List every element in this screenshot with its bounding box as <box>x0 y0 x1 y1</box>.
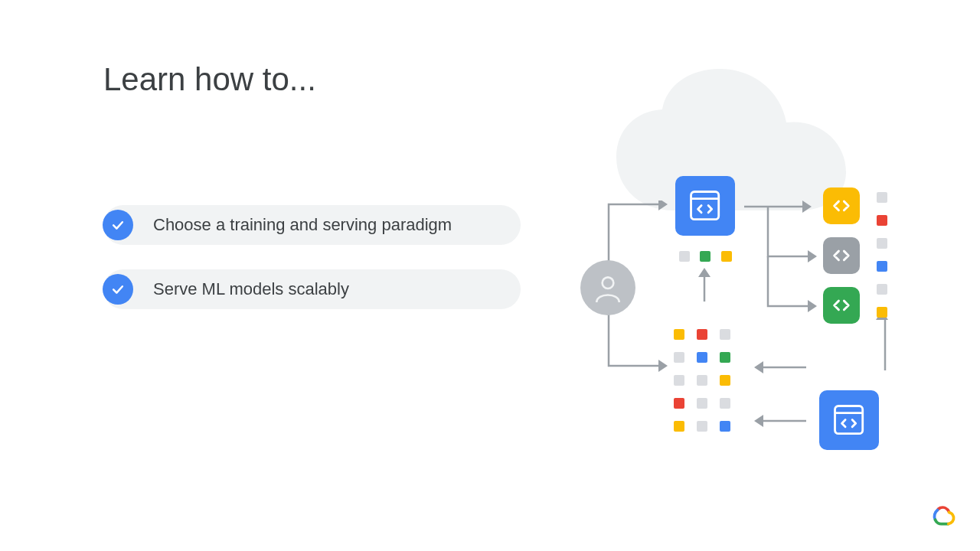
pixel-icon <box>877 238 887 249</box>
arrow-icon <box>748 360 809 375</box>
code-box-green-icon <box>823 287 860 324</box>
pixel-icon <box>877 261 887 272</box>
code-box-yellow-icon <box>823 187 860 224</box>
bullet-text: Choose a training and serving paradigm <box>153 215 452 235</box>
pixel-icon <box>720 421 730 432</box>
code-box-blue-icon <box>675 176 735 236</box>
pixel-icon <box>697 398 707 409</box>
pixel-icon <box>674 375 684 386</box>
pixel-icon <box>720 329 730 340</box>
pixel-icon <box>877 284 887 295</box>
user-avatar-icon <box>580 260 635 315</box>
pixel-icon <box>674 329 684 340</box>
pixel-icon <box>720 398 730 409</box>
arrow-icon <box>697 266 712 303</box>
code-box-blue-icon <box>819 390 879 450</box>
pixel-icon <box>679 251 690 262</box>
bullet-item: Choose a training and serving paradigm <box>103 205 521 245</box>
google-cloud-logo-icon <box>929 502 957 530</box>
svg-rect-2 <box>835 406 863 434</box>
pixel-icon <box>877 192 887 203</box>
pixel-icon <box>697 329 707 340</box>
pixel-icon <box>877 215 887 226</box>
bullet-text: Serve ML models scalably <box>153 279 349 299</box>
arrow-icon <box>764 203 822 314</box>
pixel-icon <box>697 352 707 363</box>
pixel-icon <box>720 352 730 363</box>
svg-point-0 <box>603 277 614 289</box>
pixel-icon <box>721 251 732 262</box>
diagram <box>567 69 903 467</box>
pixel-icon <box>674 421 684 432</box>
slide: Learn how to... Choose a training and se… <box>0 0 980 551</box>
arrow-icon <box>748 413 809 429</box>
pixel-icon <box>700 251 710 262</box>
pixel-icon <box>674 352 684 363</box>
page-title: Learn how to... <box>103 61 316 98</box>
check-icon <box>103 210 133 240</box>
svg-rect-1 <box>691 192 719 220</box>
pixel-icon <box>697 421 707 432</box>
pixel-icon <box>674 398 684 409</box>
bullet-list: Choose a training and serving paradigm S… <box>103 205 521 334</box>
check-icon <box>103 274 133 305</box>
pixel-icon <box>720 375 730 386</box>
code-box-grey-icon <box>823 237 860 274</box>
pixel-icon <box>697 375 707 386</box>
bullet-item: Serve ML models scalably <box>103 269 521 309</box>
pixel-icon <box>877 307 887 318</box>
